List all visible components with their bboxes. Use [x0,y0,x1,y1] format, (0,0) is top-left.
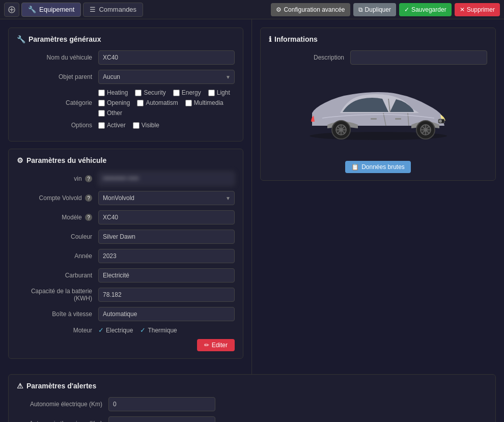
edit-row: ✏ Editer [17,339,235,351]
autonomie-elec-label: Autonomie électrique (Km) [17,401,108,408]
categorie-label: Catégorie [17,99,98,106]
batterie-label: Capacité de la batterie (KWH) [17,288,98,302]
cat-heating-checkbox[interactable] [98,90,105,96]
moteur-label: Moteur [17,327,98,334]
batterie-input[interactable] [98,288,235,302]
edit-icon: ✏ [204,342,209,349]
cat-security[interactable]: Security [135,89,165,96]
save-button[interactable]: ✓ Sauvegarder [399,3,452,16]
couleur-input[interactable] [98,230,235,244]
autonomie-elec-input[interactable] [108,397,215,411]
opt-visible[interactable]: Visible [133,122,159,129]
cat-multimedia[interactable]: Multimedia [185,99,223,106]
general-params-title: 🔧 Paramètres généraux [17,35,235,43]
donnees-brutes-button[interactable]: 📋 Données brutes [345,161,411,173]
vin-label: vin ? [17,175,98,183]
boite-row: Boîte à vitesse [17,307,235,321]
alert-params-section: ⚠ Paramètres d'alertes Autonomie électri… [8,374,496,422]
compte-help-icon[interactable]: ? [85,194,92,202]
cat-other-checkbox[interactable] [98,110,105,117]
modele-label: Modèle ? [17,214,98,221]
home-button[interactable] [4,3,19,17]
save-icon: ✓ [404,6,409,13]
cat-opening-checkbox[interactable] [98,100,105,106]
autonomie-therm-label: Autonomie thermique (Km) [17,420,108,422]
top-bar-left: 🔧 Equipement ☰ Commandes [4,3,271,17]
cat-other[interactable]: Other [98,109,122,117]
description-input[interactable] [350,50,487,65]
opt-visible-checkbox[interactable] [133,122,139,129]
annee-input[interactable] [98,249,235,263]
carburant-row: Carburant [17,268,235,283]
autonomie-therm-input[interactable] [108,416,215,422]
thermique-checkmark-icon: ✓ [140,326,146,334]
cat-security-checkbox[interactable] [135,90,142,96]
cat-energy-checkbox[interactable] [173,90,180,96]
cat-heating[interactable]: Heating [98,89,128,96]
cat-light-checkbox[interactable] [208,90,215,96]
cat-automatism[interactable]: Automatism [137,99,178,106]
modele-help-icon[interactable]: ? [85,214,92,221]
save-label: Sauvegarder [411,6,446,13]
tab-equipement-label: Equipement [39,6,74,13]
compte-row: Compte Volvold ? MonVolvold [17,191,235,205]
dupliquer-button[interactable]: ⧉ Dupliquer [353,3,396,16]
nom-vehicule-input[interactable] [98,50,235,65]
moteur-electrique-item: ✓ Electrique [98,326,133,334]
options-label: Options [17,122,98,129]
moteur-electrique-label: Electrique [106,327,133,334]
opt-activer-checkbox[interactable] [98,122,105,129]
vin-input[interactable] [98,172,235,186]
top-bar: 🔧 Equipement ☰ Commandes ⚙ Configuration… [0,0,504,19]
cat-light[interactable]: Light [208,89,230,96]
cat-opening[interactable]: Opening [98,99,130,106]
config-avancee-button[interactable]: ⚙ Configuration avancée [271,3,350,16]
nom-vehicule-label: Nom du véhicule [17,54,98,61]
nom-vehicule-row: Nom du véhicule [17,50,235,65]
moteur-items: ✓ Electrique ✓ Thermique [98,326,235,334]
boite-input[interactable] [98,307,235,321]
autonomie-therm-row: Autonomie thermique (Km) [17,416,487,422]
vin-help-icon[interactable]: ? [85,175,92,182]
bottom-sections: ⚠ Paramètres d'alertes Autonomie électri… [0,374,504,422]
cat-multimedia-checkbox[interactable] [185,100,192,106]
modele-input[interactable] [98,210,235,224]
commandes-icon: ☰ [90,6,96,13]
electrique-checkmark-icon: ✓ [98,326,104,334]
cat-automatism-checkbox[interactable] [137,100,144,106]
batterie-row: Capacité de la batterie (KWH) [17,288,235,302]
donnees-brutes-container: 📋 Données brutes [269,161,487,173]
compte-select[interactable]: MonVolvold [98,191,235,205]
warning-icon: ⚠ [17,382,23,390]
categorie-row: Catégorie Heating Security Energy [17,89,235,117]
moteur-thermique-item: ✓ Thermique [140,326,177,334]
database-icon: 📋 [351,163,359,171]
left-panel: 🔧 Paramètres généraux Nom du véhicule Ob… [0,19,252,374]
edit-button[interactable]: ✏ Editer [197,339,235,351]
delete-button[interactable]: ✕ Supprimer [455,3,500,16]
objet-parent-row: Objet parent Aucun [17,70,235,84]
annee-label: Année [17,252,98,260]
settings-icon: ⚙ [17,156,23,164]
general-params-section: 🔧 Paramètres généraux Nom du véhicule Ob… [8,27,243,142]
tab-commandes-label: Commandes [99,6,136,13]
autonomie-elec-row: Autonomie électrique (Km) [17,397,487,411]
annee-row: Année [17,249,235,263]
alert-params-title: ⚠ Paramètres d'alertes [17,382,487,390]
options-container: Activer Visible [98,122,235,129]
opt-activer[interactable]: Activer [98,122,126,129]
boite-label: Boîte à vitesse [17,311,98,318]
compte-select-wrapper: MonVolvold [98,191,235,205]
svg-rect-23 [371,118,377,120]
options-row: Options Activer Visible [17,122,235,129]
info-icon: ℹ [269,35,271,43]
cat-energy[interactable]: Energy [173,89,201,96]
objet-parent-select[interactable]: Aucun [98,70,235,84]
carburant-input[interactable] [98,268,235,283]
tab-equipement[interactable]: 🔧 Equipement [21,3,81,17]
config-label: Configuration avancée [284,6,345,13]
svg-point-22 [439,120,442,123]
wrench-icon: 🔧 [17,35,25,43]
tab-commandes[interactable]: ☰ Commandes [83,3,143,17]
delete-label: Supprimer [467,6,495,13]
